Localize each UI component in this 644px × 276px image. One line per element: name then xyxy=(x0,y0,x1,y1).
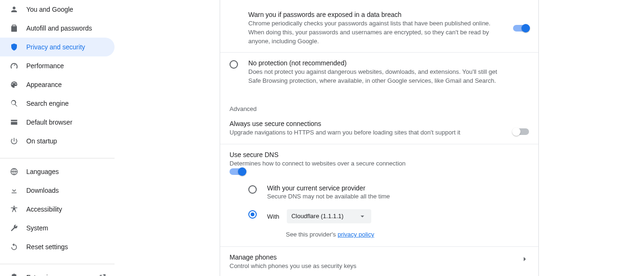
row-manage-phones[interactable]: Manage phones Control which phones you u… xyxy=(220,246,538,271)
row-safe-browsing-fragment: Google, to help discover new threats and… xyxy=(220,0,538,4)
manage-phones-desc: Control which phones you use as security… xyxy=(230,262,529,271)
dns-provider-note-prefix: See this provider's xyxy=(286,231,337,238)
sidebar-item-label: System xyxy=(26,224,115,232)
sidebar-item-label: Default browser xyxy=(26,118,115,126)
dns-privacy-policy-link[interactable]: privacy policy xyxy=(337,231,374,238)
reset-icon xyxy=(9,242,19,252)
globe-icon xyxy=(9,167,19,176)
sidebar-group-2: Languages Downloads Accessibility System… xyxy=(0,162,115,260)
chevron-down-icon xyxy=(358,212,367,221)
radio-placeholder xyxy=(230,11,248,12)
browser-icon xyxy=(9,118,19,127)
no-protection-desc: Does not protect you against dangerous w… xyxy=(248,68,501,86)
secure-dns-toggle[interactable] xyxy=(230,168,245,175)
secure-dns-block: Use secure DNS Determines how to connect… xyxy=(220,144,538,246)
always-https-title: Always use secure connections xyxy=(230,120,501,127)
no-protection-radio[interactable] xyxy=(230,60,238,69)
dns-with-label: With xyxy=(267,213,279,220)
sidebar-item-appearance[interactable]: Appearance xyxy=(0,75,115,94)
manage-phones-title: Manage phones xyxy=(230,253,529,261)
secure-dns-title: Use secure DNS xyxy=(230,151,529,158)
sidebar-group-3: Extensions xyxy=(0,268,115,276)
sidebar-item-label: Downloads xyxy=(26,187,115,194)
sidebar-item-label: Search engine xyxy=(26,100,115,107)
sidebar-item-label: Extensions xyxy=(26,274,98,276)
sidebar-item-label: Appearance xyxy=(26,81,115,88)
sidebar-item-label: Autofill and passwords xyxy=(26,24,115,32)
sidebar-item-privacy-security[interactable]: Privacy and security xyxy=(0,38,115,56)
sidebar-item-label: Accessibility xyxy=(26,205,115,213)
dns-option-custom-provider[interactable]: With Cloudflare (1.1.1.1) xyxy=(248,205,529,229)
sidebar-item-search-engine[interactable]: Search engine xyxy=(0,94,115,113)
dns-provider-dropdown[interactable]: Cloudflare (1.1.1.1) xyxy=(287,209,371,223)
dns-current-provider-radio[interactable] xyxy=(248,185,257,194)
row-no-protection[interactable]: No protection (not recommended) Does not… xyxy=(220,52,538,92)
download-icon xyxy=(9,186,19,195)
sidebar-item-default-browser[interactable]: Default browser xyxy=(0,113,115,132)
sidebar-item-reset-settings[interactable]: Reset settings xyxy=(0,237,115,256)
search-icon xyxy=(9,99,19,108)
open-in-new-icon xyxy=(98,273,107,276)
extension-icon xyxy=(9,273,19,276)
sidebar-item-performance[interactable]: Performance xyxy=(0,56,115,75)
sidebar-item-label: Languages xyxy=(26,168,115,175)
shield-icon xyxy=(9,42,19,52)
sidebar-item-label: You and Google xyxy=(26,6,115,13)
warn-passwords-title: Warn you if passwords are exposed in a d… xyxy=(248,11,501,18)
sidebar-item-on-startup[interactable]: On startup xyxy=(0,132,115,150)
accessibility-icon xyxy=(9,205,19,214)
always-https-desc: Upgrade navigations to HTTPS and warn yo… xyxy=(230,128,501,137)
sidebar-divider xyxy=(0,158,115,158)
warn-passwords-toggle[interactable] xyxy=(513,25,529,32)
clipboard-icon xyxy=(9,24,19,33)
power-icon xyxy=(9,136,19,146)
person-icon xyxy=(9,5,19,14)
no-protection-title: No protection (not recommended) xyxy=(248,59,501,67)
secure-dns-sub-options: With your current service provider Secur… xyxy=(230,175,529,242)
dns-current-provider-desc: Secure DNS may not be available all the … xyxy=(267,193,529,200)
sidebar-group-1: You and Google Autofill and passwords Pr… xyxy=(0,0,115,154)
warn-passwords-desc: Chrome periodically checks your password… xyxy=(248,19,501,46)
dns-custom-provider-radio[interactable] xyxy=(248,210,257,219)
always-https-toggle[interactable] xyxy=(513,128,529,135)
secure-dns-desc: Determines how to connect to websites ov… xyxy=(230,159,529,168)
sidebar-divider xyxy=(0,264,115,264)
sidebar-item-label: Privacy and security xyxy=(26,43,115,51)
sidebar-item-accessibility[interactable]: Accessibility xyxy=(0,200,115,219)
wrench-icon xyxy=(9,223,19,233)
sidebar-item-downloads[interactable]: Downloads xyxy=(0,181,115,200)
advanced-section-label: Advanced xyxy=(220,92,538,120)
sidebar-item-label: Reset settings xyxy=(26,243,115,251)
dns-current-provider-title: With your current service provider xyxy=(267,184,529,192)
settings-card: Google, to help discover new threats and… xyxy=(220,0,539,276)
sidebar-item-languages[interactable]: Languages xyxy=(0,162,115,181)
palette-icon xyxy=(9,80,19,89)
dns-option-current-provider[interactable]: With your current service provider Secur… xyxy=(248,180,529,205)
row-warn-passwords: Warn you if passwords are exposed in a d… xyxy=(220,4,538,53)
dns-provider-note: See this provider's privacy policy xyxy=(248,228,529,242)
settings-sidebar: You and Google Autofill and passwords Pr… xyxy=(0,0,115,276)
sidebar-item-system[interactable]: System xyxy=(0,219,115,237)
sidebar-item-label: Performance xyxy=(26,62,115,70)
speed-icon xyxy=(9,61,19,71)
sidebar-item-label: On startup xyxy=(26,137,115,145)
sidebar-item-extensions[interactable]: Extensions xyxy=(0,268,115,276)
row-always-https: Always use secure connections Upgrade na… xyxy=(220,120,538,144)
sidebar-item-autofill[interactable]: Autofill and passwords xyxy=(0,19,115,38)
chevron-right-icon xyxy=(521,255,529,263)
dns-provider-value: Cloudflare (1.1.1.1) xyxy=(291,213,344,220)
settings-main: Google, to help discover new threats and… xyxy=(115,0,644,276)
sidebar-item-you-and-google[interactable]: You and Google xyxy=(0,0,115,19)
